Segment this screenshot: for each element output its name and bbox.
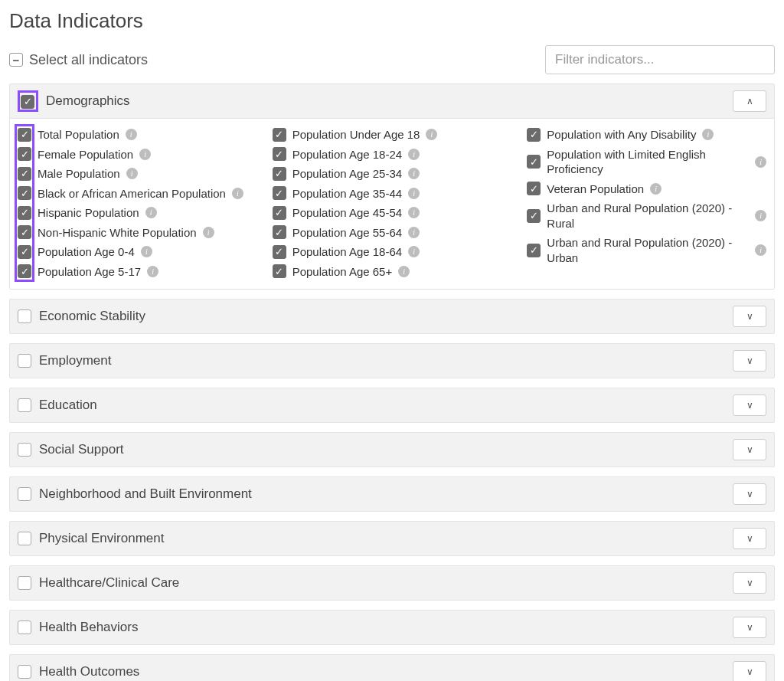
indicator-checkbox[interactable]: [18, 128, 31, 142]
category-checkbox[interactable]: [18, 576, 31, 590]
info-icon[interactable]: [755, 210, 766, 221]
expand-button[interactable]: ∨: [733, 395, 766, 416]
expand-button[interactable]: ∨: [733, 617, 766, 638]
category-label: Health Outcomes: [39, 664, 139, 679]
indicator-row: Hispanic Population: [18, 205, 257, 221]
indicator-checkbox[interactable]: [18, 225, 31, 239]
indicator-checkbox[interactable]: [527, 155, 541, 169]
indicator-checkbox[interactable]: [273, 186, 286, 200]
select-all-label: Select all indicators: [29, 52, 148, 68]
info-icon[interactable]: [755, 156, 766, 168]
indicator-checkbox[interactable]: [18, 206, 31, 220]
category-checkbox[interactable]: [18, 532, 31, 545]
category-header-left: Neighborhood and Built Environment: [18, 486, 252, 502]
indicator-checkbox[interactable]: [273, 147, 286, 161]
category-header-left: Social Support: [18, 442, 124, 457]
indicator-checkbox[interactable]: [273, 167, 286, 181]
category-checkbox[interactable]: [18, 309, 31, 323]
info-icon[interactable]: [702, 129, 714, 140]
indicator-row: Total Population: [18, 126, 257, 143]
indicator-label: Population with Any Disability: [547, 127, 696, 142]
indicator-label: Hispanic Population: [38, 205, 139, 221]
info-icon[interactable]: [147, 266, 158, 277]
indicator-label: Non-Hispanic White Population: [38, 225, 197, 241]
category-header[interactable]: Social Support∨: [10, 433, 774, 467]
expand-button[interactable]: ∨: [733, 306, 766, 327]
indicator-row: Population Under Age 18: [273, 126, 512, 143]
category-physical-environment: Physical Environment∨: [9, 521, 775, 556]
category-header[interactable]: Economic Stability∨: [10, 300, 774, 333]
filter-input[interactable]: [545, 45, 775, 74]
info-icon[interactable]: [408, 168, 420, 179]
info-icon[interactable]: [408, 188, 420, 199]
category-checkbox[interactable]: [18, 487, 31, 501]
category-checkbox[interactable]: [18, 620, 31, 634]
info-icon[interactable]: [426, 129, 437, 140]
category-header[interactable]: Neighborhood and Built Environment∨: [10, 477, 774, 511]
category-checkbox[interactable]: [18, 398, 31, 412]
indicator-checkbox[interactable]: [527, 244, 541, 257]
category-header-left: Physical Environment: [18, 531, 164, 546]
category-header[interactable]: Healthcare/Clinical Care∨: [10, 566, 774, 600]
indicator-checkbox[interactable]: [18, 245, 31, 259]
indicator-label: Black or African American Population: [38, 186, 226, 201]
category-header[interactable]: Health Outcomes∨: [10, 655, 774, 681]
category-checkbox[interactable]: [21, 95, 34, 109]
chevron-down-icon: ∨: [746, 489, 753, 499]
category-header[interactable]: Education∨: [10, 388, 774, 422]
indicator-checkbox[interactable]: [273, 128, 286, 142]
expand-button[interactable]: ∨: [733, 572, 766, 594]
info-icon[interactable]: [650, 183, 662, 195]
select-all-checkbox[interactable]: −: [9, 53, 23, 67]
info-icon[interactable]: [408, 207, 420, 218]
indicator-row: Veteran Population: [527, 181, 766, 198]
category-header[interactable]: Employment∨: [10, 344, 774, 378]
expand-button[interactable]: ∨: [733, 439, 766, 460]
indicator-checkbox[interactable]: [273, 206, 286, 220]
category-header-left: Demographics: [18, 90, 130, 112]
category-social-support: Social Support∨: [9, 432, 775, 467]
info-icon[interactable]: [203, 227, 214, 238]
expand-button[interactable]: ∨: [733, 528, 766, 549]
indicator-checkbox[interactable]: [273, 264, 286, 278]
info-icon[interactable]: [755, 244, 766, 256]
category-checkbox[interactable]: [18, 665, 31, 679]
indicator-row: Male Population: [18, 165, 257, 182]
indicator-checkbox[interactable]: [18, 147, 31, 161]
indicator-row: Population Age 5-17: [18, 264, 257, 280]
info-icon[interactable]: [398, 266, 410, 277]
category-economic-stability: Economic Stability∨: [9, 299, 775, 334]
collapse-button[interactable]: ∧: [733, 90, 766, 112]
info-icon[interactable]: [408, 246, 420, 257]
indicator-label: Total Population: [38, 127, 119, 142]
indicator-checkbox[interactable]: [527, 128, 541, 142]
category-header[interactable]: Health Behaviors∨: [10, 611, 774, 644]
indicator-checkbox[interactable]: [18, 167, 31, 181]
expand-button[interactable]: ∨: [733, 483, 766, 505]
info-icon[interactable]: [126, 129, 137, 140]
indicator-checkbox[interactable]: [18, 264, 31, 278]
category-checkbox[interactable]: [18, 443, 31, 457]
info-icon[interactable]: [232, 188, 243, 199]
category-header[interactable]: Demographics∧: [10, 84, 774, 118]
indicator-checkbox[interactable]: [273, 245, 286, 259]
indicator-checkbox[interactable]: [273, 225, 286, 239]
indicator-checkbox[interactable]: [527, 182, 541, 195]
info-icon[interactable]: [408, 149, 420, 160]
chevron-down-icon: ∨: [746, 400, 753, 411]
info-icon[interactable]: [139, 149, 151, 160]
info-icon[interactable]: [408, 227, 420, 238]
category-checkbox[interactable]: [18, 354, 31, 368]
info-icon[interactable]: [145, 207, 157, 218]
expand-button[interactable]: ∨: [733, 350, 766, 372]
indicator-checkbox[interactable]: [527, 209, 541, 223]
category-education: Education∨: [9, 388, 775, 423]
indicator-row: Population Age 65+: [273, 264, 512, 280]
category-header[interactable]: Physical Environment∨: [10, 522, 774, 555]
expand-button[interactable]: ∨: [733, 661, 766, 681]
info-icon[interactable]: [126, 168, 138, 179]
info-icon[interactable]: [141, 246, 152, 257]
category-label: Employment: [39, 353, 111, 368]
indicator-checkbox[interactable]: [18, 186, 31, 200]
annotation-highlight-demographics-checkbox: [18, 90, 38, 112]
